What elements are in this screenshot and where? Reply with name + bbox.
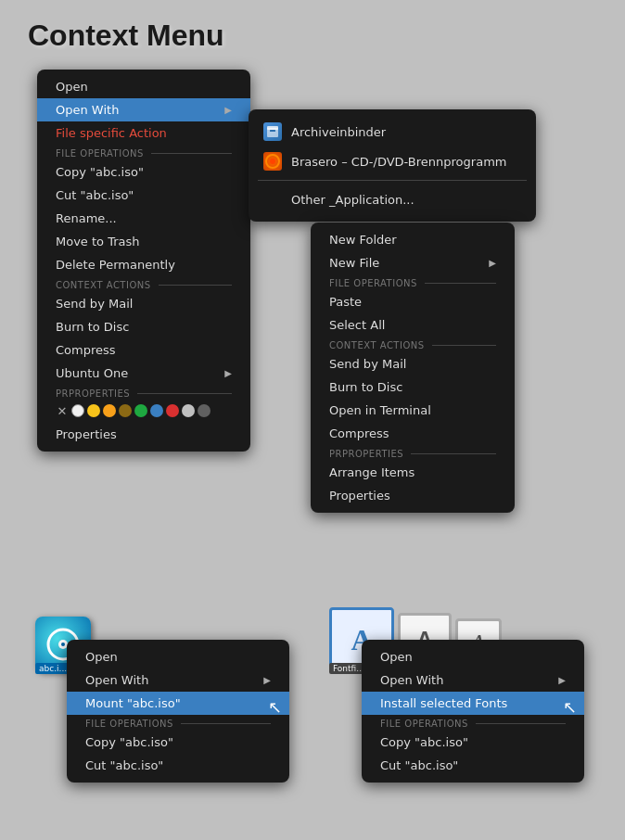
menu-item-install-fonts[interactable]: Install selected Fonts ↖ bbox=[362, 692, 584, 715]
menu-item-arrange[interactable]: Arrange Items bbox=[311, 461, 515, 484]
menu-item-cut-iso[interactable]: Cut "abc.iso" bbox=[67, 754, 289, 777]
menu-item-file-specific[interactable]: File specific Action bbox=[37, 121, 250, 145]
menu-item-properties-2[interactable]: Properties bbox=[311, 484, 515, 507]
menu-item-compress[interactable]: Compress bbox=[37, 338, 250, 362]
menu-item-trash[interactable]: Move to Trash bbox=[37, 230, 250, 253]
menu-item-open-with[interactable]: Open With ▶ bbox=[37, 98, 250, 121]
section-file-ops-iso: FILE OPERATIONS bbox=[67, 715, 289, 731]
svg-point-7 bbox=[61, 643, 65, 646]
menu-item-cut[interactable]: Cut "abc.iso" bbox=[37, 184, 250, 207]
chevron-right-icon: ▶ bbox=[224, 105, 232, 115]
page-title: Context Menu bbox=[0, 0, 625, 71]
menu-item-burn-2[interactable]: Burn to Disc bbox=[311, 375, 515, 399]
chevron-right-icon-ubuntu: ▶ bbox=[224, 368, 232, 378]
menu-item-send-mail[interactable]: Send by Mail bbox=[37, 292, 250, 315]
svg-point-4 bbox=[270, 159, 275, 164]
menu-item-open-with-iso[interactable]: Open With ▶ bbox=[67, 668, 289, 692]
menu-item-copy[interactable]: Copy "abc.iso" bbox=[37, 160, 250, 184]
menu-item-open-terminal[interactable]: Open in Terminal bbox=[311, 399, 515, 422]
section-file-operations: FILE OPERATIONS bbox=[37, 145, 250, 160]
submenu-item-other-app[interactable]: Other _Application... bbox=[249, 185, 536, 214]
chevron-right-icon-new-file: ▶ bbox=[489, 258, 496, 268]
menu-item-open[interactable]: Open bbox=[37, 75, 250, 98]
menu-item-select-all[interactable]: Select All bbox=[311, 313, 515, 337]
menu-item-copy-iso[interactable]: Copy "abc.iso" bbox=[67, 731, 289, 754]
svg-rect-2 bbox=[270, 130, 275, 132]
section-props-2: PRPROPERTIES bbox=[311, 445, 515, 461]
iso-context-menu: Open Open With ▶ Mount "abc.iso" ↖ FILE … bbox=[67, 640, 289, 783]
section-properties: PRPROPERTIES bbox=[37, 385, 250, 401]
archive-app-icon bbox=[263, 122, 282, 141]
menu-item-open-font[interactable]: Open bbox=[362, 645, 584, 668]
color-dot-green[interactable] bbox=[134, 404, 147, 417]
menu-item-delete[interactable]: Delete Permanently bbox=[37, 253, 250, 276]
brasero-app-icon bbox=[263, 152, 282, 171]
menu-item-open-iso[interactable]: Open bbox=[67, 645, 289, 668]
menu-item-copy-font[interactable]: Copy "abc.iso" bbox=[362, 731, 584, 754]
submenu-item-archiveinbinder[interactable]: Archiveinbinder bbox=[249, 117, 536, 146]
main-context-menu: Open Open With ▶ File specific Action FI… bbox=[37, 70, 250, 452]
open-with-submenu: Archiveinbinder Brasero – CD-/DVD-Brennp… bbox=[249, 109, 536, 222]
menu-item-paste[interactable]: Paste bbox=[311, 290, 515, 313]
menu-item-new-file[interactable]: New File ▶ bbox=[311, 251, 515, 274]
color-dot-blue[interactable] bbox=[150, 404, 163, 417]
menu-item-properties[interactable]: Properties bbox=[37, 423, 250, 446]
menu-item-compress-2[interactable]: Compress bbox=[311, 422, 515, 445]
color-dot-gray[interactable] bbox=[182, 404, 195, 417]
section-file-ops-2: FILE OPERATIONS bbox=[311, 274, 515, 290]
font-context-menu: Open Open With ▶ Install selected Fonts … bbox=[362, 640, 584, 783]
section-context-actions: CONTEXT ACTIONS bbox=[37, 276, 250, 292]
menu-item-send-mail-2[interactable]: Send by Mail bbox=[311, 352, 515, 375]
color-dot-yellow[interactable] bbox=[87, 404, 100, 417]
cursor-icon: ↖ bbox=[268, 697, 282, 717]
other-app-icon bbox=[263, 190, 282, 209]
section-file-ops-font: FILE OPERATIONS bbox=[362, 715, 584, 731]
color-dot-brown[interactable] bbox=[119, 404, 132, 417]
color-dot-darkgray[interactable] bbox=[198, 404, 210, 417]
color-dot-orange[interactable] bbox=[103, 404, 116, 417]
section-ctx-actions-2: CONTEXT ACTIONS bbox=[311, 337, 515, 352]
desktop-context-menu: New Folder New File ▶ FILE OPERATIONS Pa… bbox=[311, 223, 515, 513]
dot-x-icon[interactable]: ✕ bbox=[56, 404, 69, 417]
color-dot-red[interactable] bbox=[166, 404, 179, 417]
svg-rect-1 bbox=[267, 126, 278, 130]
color-dot-white[interactable] bbox=[71, 404, 84, 417]
menu-item-rename[interactable]: Rename... bbox=[37, 207, 250, 230]
menu-item-burn[interactable]: Burn to Disc bbox=[37, 315, 250, 338]
menu-item-cut-font[interactable]: Cut "abc.iso" bbox=[362, 754, 584, 777]
menu-item-new-folder[interactable]: New Folder bbox=[311, 228, 515, 251]
chevron-right-font: ▶ bbox=[558, 675, 566, 685]
chevron-right-iso: ▶ bbox=[263, 675, 271, 685]
cursor-icon-font: ↖ bbox=[563, 697, 577, 717]
submenu-separator bbox=[258, 180, 527, 181]
menu-item-mount[interactable]: Mount "abc.iso" ↖ bbox=[67, 692, 289, 715]
submenu-item-brasero[interactable]: Brasero – CD-/DVD-Brennprogramm bbox=[249, 146, 536, 176]
color-dots-row: ✕ bbox=[37, 401, 250, 423]
menu-item-open-with-font[interactable]: Open With ▶ bbox=[362, 668, 584, 692]
iso-file-label: abc.i... bbox=[35, 663, 70, 674]
menu-item-ubuntu-one[interactable]: Ubuntu One ▶ bbox=[37, 362, 250, 385]
